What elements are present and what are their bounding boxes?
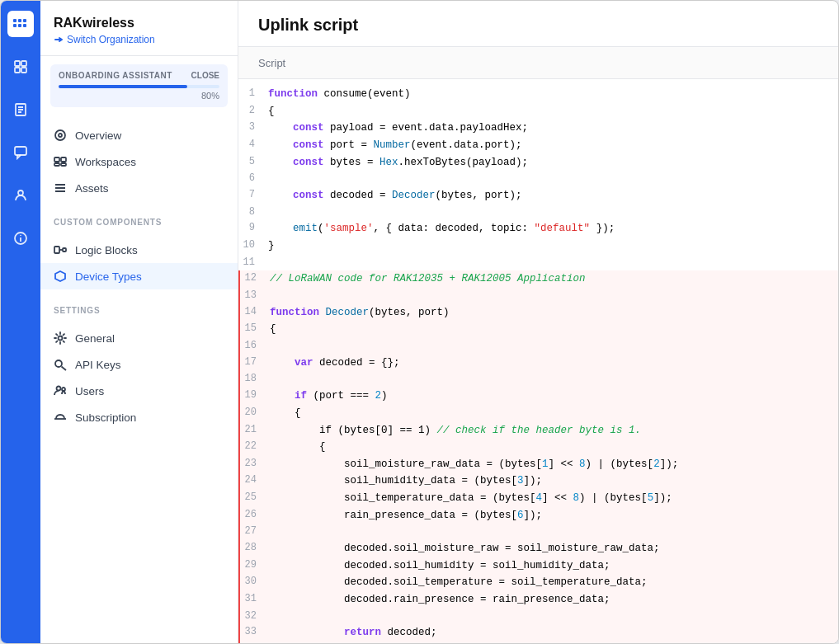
code-line: 4 const port = Number(event.data.port);: [238, 137, 838, 154]
sidebar-item-label: Assets: [75, 182, 109, 195]
svg-rect-30: [63, 248, 66, 251]
sidebar-item-overview[interactable]: Overview: [40, 122, 238, 148]
svg-rect-0: [13, 19, 16, 22]
code-line: 31 decoded.rain_presence = rain_presence…: [238, 591, 838, 609]
sidebar-item-device-types[interactable]: Device Types: [40, 263, 238, 289]
svg-point-19: [55, 130, 65, 140]
svg-rect-6: [15, 61, 20, 66]
sidebar-item-label: Workspaces: [75, 156, 136, 168]
svg-rect-7: [21, 61, 26, 66]
switch-org-label: Switch Organization: [67, 34, 155, 45]
progress-fill: [59, 85, 187, 88]
rail-page-icon[interactable]: [7, 96, 34, 123]
sidebar-item-label: Device Types: [75, 270, 142, 283]
sidebar-item-users[interactable]: Users: [40, 378, 238, 404]
page-title: Uplink script: [258, 16, 818, 35]
rail-user-icon[interactable]: [7, 182, 34, 209]
sidebar-item-assets[interactable]: Assets: [40, 175, 238, 201]
code-line: 15{: [238, 321, 838, 338]
rail-chat-icon[interactable]: [7, 139, 34, 166]
svg-rect-21: [54, 157, 59, 162]
rail-dashboard-icon[interactable]: [7, 54, 34, 80]
custom-components-label: CUSTOM COMPONENTS: [40, 208, 238, 230]
brand-name: RAKwireless: [54, 16, 224, 31]
nav-main: Overview Workspaces Assets: [40, 115, 238, 208]
code-line: 25 soil_temperature_data = (bytes[4] << …: [238, 490, 838, 507]
onboarding-assistant: ONBOARDING ASSISTANT CLOSE 80%: [50, 64, 228, 107]
nav-custom: Logic Blocks Device Types: [40, 230, 238, 296]
code-line: 1function consume(event): [238, 86, 838, 103]
sidebar-item-label: Overview: [75, 129, 121, 142]
svg-rect-28: [54, 247, 59, 253]
svg-point-18: [20, 235, 21, 237]
sidebar: RAKwireless Switch Organization ONBOARDI…: [40, 1, 238, 643]
code-line: 24 soil_humidity_data = (bytes[3]);: [238, 472, 838, 490]
app-window: RAKwireless Switch Organization ONBOARDI…: [0, 0, 839, 644]
code-line: 17 var decoded = {};: [238, 355, 838, 372]
onboarding-label: ONBOARDING ASSISTANT: [59, 71, 172, 80]
subscription-icon: [54, 411, 67, 424]
code-line: 7 const decoded = Decoder(bytes, port);: [238, 187, 838, 204]
code-line: 9 emit('sample', { data: decoded, topic:…: [238, 220, 838, 237]
code-line: 34 }: [238, 642, 838, 643]
svg-rect-4: [18, 24, 21, 27]
code-container[interactable]: 1function consume(event)2{3 const payloa…: [238, 79, 838, 643]
svg-point-32: [55, 360, 62, 367]
sidebar-item-api-keys[interactable]: API Keys: [40, 351, 238, 378]
api-keys-icon: [54, 358, 67, 371]
assets-icon: [54, 181, 67, 195]
code-line: 11: [238, 255, 838, 271]
switch-org-button[interactable]: Switch Organization: [54, 34, 224, 45]
svg-point-20: [59, 134, 62, 137]
svg-rect-1: [18, 19, 21, 22]
page-header: Uplink script: [238, 1, 838, 47]
code-line: 13: [238, 288, 838, 304]
settings-label: SETTINGS: [40, 296, 238, 318]
code-line: 14function Decoder(bytes, port): [238, 304, 838, 322]
rail-info-icon[interactable]: [7, 225, 34, 251]
code-line: 30 decoded.soil_temperature = soil_tempe…: [238, 574, 838, 591]
main-content: Uplink script Script 1function consume(e…: [238, 1, 838, 643]
script-label-bar: Script: [238, 47, 838, 79]
code-line: 29 decoded.soil_humidity = soil_humidity…: [238, 557, 838, 575]
workspaces-icon: [54, 155, 67, 168]
code-line: 18: [238, 371, 838, 388]
code-block: 1function consume(event)2{3 const payloa…: [238, 79, 838, 643]
code-line: 5 const bytes = Hex.hexToBytes(payload);: [238, 154, 838, 172]
svg-rect-22: [61, 157, 66, 162]
svg-rect-9: [21, 68, 26, 73]
sidebar-item-workspaces[interactable]: Workspaces: [40, 148, 238, 175]
svg-rect-23: [54, 163, 59, 166]
code-line: 10}: [238, 237, 838, 255]
svg-rect-2: [23, 19, 26, 22]
progress-label: 80%: [59, 91, 219, 101]
sidebar-item-label: Users: [75, 385, 104, 397]
app-logo: [7, 11, 34, 37]
code-line: 16: [238, 338, 838, 355]
sidebar-item-label: API Keys: [75, 359, 121, 371]
sidebar-item-subscription[interactable]: Subscription: [40, 404, 238, 430]
sidebar-item-general[interactable]: General: [40, 325, 238, 351]
onboarding-close-button[interactable]: CLOSE: [191, 71, 219, 80]
users-icon: [54, 384, 67, 397]
sidebar-item-label: Logic Blocks: [75, 244, 138, 256]
script-label: Script: [258, 57, 285, 69]
code-line: 2{: [238, 103, 838, 120]
code-line: 23 soil_moisture_raw_data = (bytes[1] <<…: [238, 456, 838, 473]
code-line: 3 const payload = event.data.payloadHex;: [238, 120, 838, 137]
svg-rect-5: [23, 24, 26, 27]
logic-blocks-icon: [54, 243, 67, 256]
code-line: 32: [238, 609, 838, 625]
code-line: 21 if (bytes[0] == 1) // check if the he…: [238, 422, 838, 440]
code-line: 19 if (port === 2): [238, 388, 838, 405]
svg-rect-8: [15, 68, 20, 73]
svg-line-33: [62, 367, 67, 371]
svg-point-34: [57, 387, 61, 391]
svg-rect-14: [15, 147, 26, 155]
svg-rect-3: [13, 24, 16, 27]
device-types-icon: [54, 270, 67, 283]
svg-rect-24: [61, 163, 66, 166]
icon-rail: [1, 1, 40, 643]
overview-icon: [54, 129, 67, 142]
sidebar-item-logic-blocks[interactable]: Logic Blocks: [40, 237, 238, 263]
